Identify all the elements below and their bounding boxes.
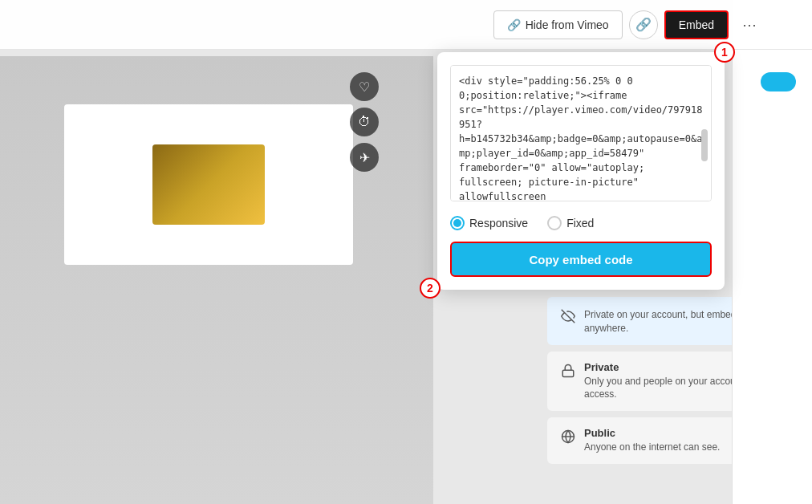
- lock-icon: [560, 363, 576, 379]
- side-icons-panel: ♡ ⏱ ✈: [350, 72, 379, 172]
- scrollbar[interactable]: [701, 129, 708, 161]
- link-button[interactable]: 🔗: [629, 10, 658, 39]
- more-options-button[interactable]: ⋯: [735, 10, 764, 39]
- hide-from-vimeo-button[interactable]: 🔗 Hide from Vimeo: [493, 10, 623, 39]
- eye-slash-icon: 🔗: [507, 18, 521, 31]
- paper-plane-icon: ✈: [359, 150, 370, 165]
- fixed-radio[interactable]: Fixed: [547, 216, 594, 230]
- embed-label: Embed: [679, 18, 714, 31]
- right-panel: [732, 0, 812, 504]
- heart-icon: ♡: [359, 79, 370, 95]
- heart-button[interactable]: ♡: [350, 72, 379, 101]
- toggle-switch[interactable]: [761, 72, 796, 91]
- public-privacy-text: Public Anyone on the internet can see.: [584, 427, 720, 454]
- hide-from-vimeo-label: Hide from Vimeo: [526, 18, 609, 31]
- clock-button[interactable]: ⏱: [350, 108, 379, 136]
- svg-rect-1: [562, 370, 574, 376]
- public-title: Public: [584, 427, 720, 439]
- more-icon: ⋯: [742, 16, 757, 34]
- annotation-2: 2: [420, 278, 441, 299]
- size-radio-group: Responsive Fixed: [450, 216, 712, 230]
- embed-popup: 1 Responsive Fixed Copy embed code: [437, 52, 725, 290]
- share-button[interactable]: ✈: [350, 143, 379, 172]
- screen-content: [64, 104, 353, 265]
- copy-embed-code-label: Copy embed code: [529, 253, 632, 266]
- fixed-radio-outer: [547, 216, 562, 230]
- link-icon: 🔗: [635, 17, 652, 32]
- fixed-label: Fixed: [566, 217, 594, 230]
- copy-embed-code-button[interactable]: Copy embed code: [450, 242, 712, 277]
- embed-button[interactable]: Embed: [664, 10, 729, 39]
- responsive-radio-inner: [453, 219, 461, 227]
- responsive-radio[interactable]: Responsive: [450, 216, 528, 230]
- responsive-label: Responsive: [469, 217, 528, 230]
- video-thumbnail: [152, 144, 265, 225]
- responsive-radio-outer: [450, 216, 465, 230]
- embed-code-textarea[interactable]: [450, 65, 712, 201]
- annotation-1: 1: [714, 42, 735, 63]
- hidden-icon: [560, 308, 576, 324]
- public-description: Anyone on the internet can see.: [584, 441, 720, 454]
- toolbar: 🔗 Hide from Vimeo 🔗 Embed ⋯: [0, 0, 812, 50]
- code-area-wrapper: [450, 65, 712, 205]
- globe-icon: [560, 429, 576, 445]
- clock-icon: ⏱: [358, 115, 371, 129]
